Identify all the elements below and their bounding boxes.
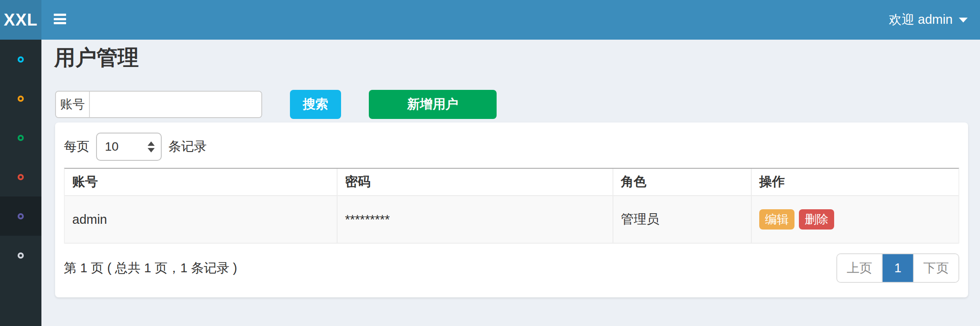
table-row: admin ********* 管理员 编辑 删除 — [65, 196, 958, 244]
account-search-group: 账号 — [55, 91, 262, 118]
app-logo[interactable]: XXL — [0, 0, 41, 40]
page-size-suffix-label: 条记录 — [168, 138, 207, 156]
header-role: 角色 — [613, 169, 752, 195]
users-table: 账号 密码 角色 操作 admin ********* 管理员 编辑 删除 — [64, 168, 959, 244]
header-actions: 操作 — [752, 169, 958, 195]
cell-actions: 编辑 删除 — [752, 196, 958, 243]
page-title: 用户管理 — [54, 44, 139, 72]
pagination-info: 第 1 页 ( 总共 1 页，1 条记录 ) — [64, 253, 237, 283]
delete-button[interactable]: 删除 — [799, 209, 834, 230]
sidebar-item-1[interactable] — [0, 40, 41, 79]
table-header-row: 账号 密码 角色 操作 — [65, 169, 958, 196]
sidebar-item-3[interactable] — [0, 118, 41, 157]
circle-outline-icon — [18, 135, 24, 141]
pagination-controls: 上页 1 下页 — [836, 253, 959, 283]
circle-outline-icon — [18, 174, 24, 180]
previous-page-button[interactable]: 上页 — [837, 254, 883, 282]
add-user-button[interactable]: 新增用户 — [369, 90, 497, 119]
sidebar — [0, 40, 41, 326]
user-table-panel: 每页 10 条记录 账号 密码 角色 操作 admin ********* 管理… — [55, 122, 968, 297]
circle-outline-icon — [18, 56, 24, 63]
header-account: 账号 — [65, 169, 338, 195]
sidebar-item-6[interactable] — [0, 236, 41, 275]
page-size-value: 10 — [105, 140, 119, 154]
cell-role: 管理员 — [613, 196, 752, 243]
current-page-button[interactable]: 1 — [883, 254, 913, 282]
welcome-label: 欢迎 admin — [889, 11, 953, 29]
user-menu[interactable]: 欢迎 admin — [889, 0, 968, 40]
caret-down-icon — [959, 18, 968, 22]
page-size-row: 每页 10 条记录 — [64, 132, 207, 161]
page-size-prefix-label: 每页 — [64, 138, 89, 156]
circle-outline-icon — [18, 213, 24, 219]
account-search-input[interactable] — [90, 92, 261, 117]
circle-outline-icon — [18, 252, 24, 259]
cell-password: ********* — [338, 196, 613, 243]
next-page-button[interactable]: 下页 — [913, 254, 958, 282]
hamburger-icon[interactable] — [54, 14, 66, 24]
sidebar-item-5-active[interactable] — [0, 196, 41, 236]
header-password: 密码 — [338, 169, 613, 195]
page-size-select[interactable]: 10 — [96, 133, 162, 161]
select-stepper-icon — [148, 141, 155, 152]
sidebar-item-2[interactable] — [0, 79, 41, 118]
sidebar-item-4[interactable] — [0, 157, 41, 196]
cell-account: admin — [65, 196, 338, 243]
top-navbar: XXL 欢迎 admin — [0, 0, 980, 40]
search-button[interactable]: 搜索 — [290, 90, 341, 119]
account-input-label: 账号 — [56, 92, 90, 117]
circle-outline-icon — [18, 96, 24, 102]
edit-button[interactable]: 编辑 — [759, 209, 794, 230]
